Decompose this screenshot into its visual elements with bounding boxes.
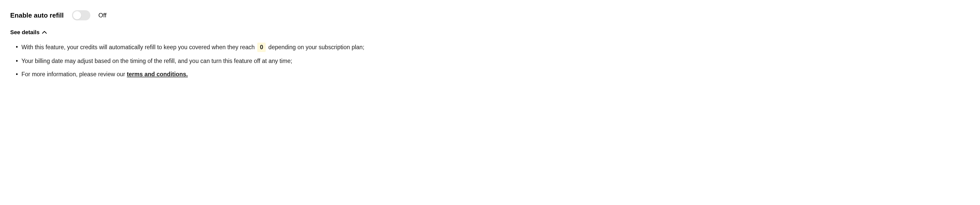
auto-refill-header: Enable auto refill Off <box>10 10 970 21</box>
list-item: With this feature, your credits will aut… <box>16 43 970 52</box>
chevron-up-icon <box>42 31 47 33</box>
threshold-badge: 0 <box>257 43 266 52</box>
auto-refill-title: Enable auto refill <box>10 10 64 21</box>
list-item: For more information, please review our … <box>16 70 970 79</box>
toggle-knob <box>73 11 81 19</box>
bullet1-suffix: depending on your subscription plan; <box>267 44 364 51</box>
bullet2-text: Your billing date may adjust based on th… <box>21 58 292 64</box>
see-details-label: See details <box>10 28 40 37</box>
terms-and-conditions-link[interactable]: terms and conditions. <box>127 71 188 78</box>
auto-refill-toggle[interactable] <box>72 10 90 21</box>
bullet1-prefix: With this feature, your credits will aut… <box>21 44 256 51</box>
details-list: With this feature, your credits will aut… <box>10 43 970 79</box>
toggle-state-label: Off <box>99 11 107 20</box>
see-details-toggle[interactable]: See details <box>10 28 47 37</box>
list-item: Your billing date may adjust based on th… <box>16 57 970 65</box>
bullet3-prefix: For more information, please review our <box>21 71 127 78</box>
